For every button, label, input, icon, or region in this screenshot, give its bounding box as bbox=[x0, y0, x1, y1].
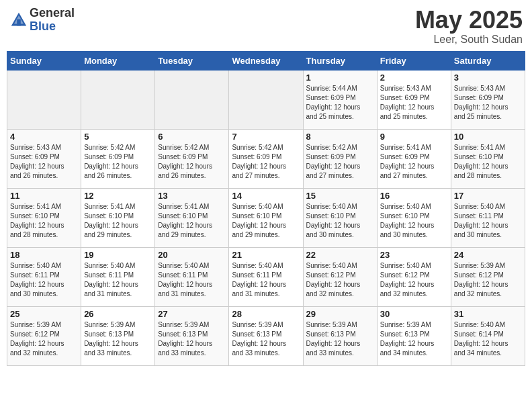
calendar-cell: 14Sunrise: 5:40 AM Sunset: 6:10 PM Dayli… bbox=[229, 188, 303, 247]
logo-general-text: General bbox=[30, 7, 75, 20]
day-number: 21 bbox=[232, 250, 300, 260]
calendar-cell: 29Sunrise: 5:39 AM Sunset: 6:13 PM Dayli… bbox=[303, 306, 377, 365]
day-number: 8 bbox=[306, 132, 374, 142]
day-number: 9 bbox=[380, 132, 448, 142]
column-header-friday: Friday bbox=[377, 51, 451, 70]
svg-rect-2 bbox=[17, 19, 21, 26]
column-header-monday: Monday bbox=[81, 51, 155, 70]
day-number: 22 bbox=[306, 250, 374, 260]
week-row-5: 25Sunrise: 5:39 AM Sunset: 6:12 PM Dayli… bbox=[7, 306, 525, 365]
day-number: 3 bbox=[454, 73, 522, 83]
day-info: Sunrise: 5:40 AM Sunset: 6:11 PM Dayligh… bbox=[232, 261, 300, 299]
calendar-cell: 3Sunrise: 5:43 AM Sunset: 6:09 PM Daylig… bbox=[451, 70, 525, 129]
calendar-cell: 13Sunrise: 5:41 AM Sunset: 6:10 PM Dayli… bbox=[155, 188, 229, 247]
day-info: Sunrise: 5:41 AM Sunset: 6:10 PM Dayligh… bbox=[10, 202, 78, 240]
day-number: 25 bbox=[10, 309, 78, 319]
day-info: Sunrise: 5:40 AM Sunset: 6:11 PM Dayligh… bbox=[158, 261, 226, 299]
day-number: 29 bbox=[306, 309, 374, 319]
day-number: 13 bbox=[158, 191, 226, 201]
day-number: 16 bbox=[380, 191, 448, 201]
day-number: 12 bbox=[84, 191, 152, 201]
calendar-cell: 8Sunrise: 5:42 AM Sunset: 6:09 PM Daylig… bbox=[303, 129, 377, 188]
day-info: Sunrise: 5:40 AM Sunset: 6:10 PM Dayligh… bbox=[380, 202, 448, 240]
logo: General Blue bbox=[9, 7, 75, 34]
calendar-cell: 6Sunrise: 5:42 AM Sunset: 6:09 PM Daylig… bbox=[155, 129, 229, 188]
calendar-cell: 26Sunrise: 5:39 AM Sunset: 6:13 PM Dayli… bbox=[81, 306, 155, 365]
day-info: Sunrise: 5:40 AM Sunset: 6:14 PM Dayligh… bbox=[454, 320, 522, 358]
title-block: May 2025 Leer, South Sudan bbox=[415, 7, 523, 46]
logo-blue-text: Blue bbox=[30, 20, 75, 34]
day-info: Sunrise: 5:39 AM Sunset: 6:12 PM Dayligh… bbox=[454, 261, 522, 299]
calendar-cell: 16Sunrise: 5:40 AM Sunset: 6:10 PM Dayli… bbox=[377, 188, 451, 247]
column-header-saturday: Saturday bbox=[451, 51, 525, 70]
day-info: Sunrise: 5:42 AM Sunset: 6:09 PM Dayligh… bbox=[84, 143, 152, 181]
day-info: Sunrise: 5:39 AM Sunset: 6:13 PM Dayligh… bbox=[380, 320, 448, 358]
calendar-cell bbox=[81, 70, 155, 129]
day-number: 23 bbox=[380, 250, 448, 260]
day-number: 4 bbox=[10, 132, 78, 142]
day-number: 31 bbox=[454, 309, 522, 319]
column-header-thursday: Thursday bbox=[303, 51, 377, 70]
day-number: 20 bbox=[158, 250, 226, 260]
calendar-cell: 5Sunrise: 5:42 AM Sunset: 6:09 PM Daylig… bbox=[81, 129, 155, 188]
column-header-wednesday: Wednesday bbox=[229, 51, 303, 70]
calendar-cell: 17Sunrise: 5:40 AM Sunset: 6:11 PM Dayli… bbox=[451, 188, 525, 247]
calendar-cell: 19Sunrise: 5:40 AM Sunset: 6:11 PM Dayli… bbox=[81, 247, 155, 306]
day-number: 27 bbox=[158, 309, 226, 319]
day-number: 15 bbox=[306, 191, 374, 201]
day-info: Sunrise: 5:41 AM Sunset: 6:10 PM Dayligh… bbox=[84, 202, 152, 240]
column-header-sunday: Sunday bbox=[7, 51, 81, 70]
day-info: Sunrise: 5:41 AM Sunset: 6:10 PM Dayligh… bbox=[454, 143, 522, 181]
logo-icon bbox=[9, 11, 28, 30]
day-number: 14 bbox=[232, 191, 300, 201]
day-number: 7 bbox=[232, 132, 300, 142]
calendar-cell: 12Sunrise: 5:41 AM Sunset: 6:10 PM Dayli… bbox=[81, 188, 155, 247]
month-title: May 2025 bbox=[415, 7, 523, 34]
day-number: 5 bbox=[84, 132, 152, 142]
calendar-cell: 20Sunrise: 5:40 AM Sunset: 6:11 PM Dayli… bbox=[155, 247, 229, 306]
calendar-cell: 23Sunrise: 5:40 AM Sunset: 6:12 PM Dayli… bbox=[377, 247, 451, 306]
day-info: Sunrise: 5:40 AM Sunset: 6:12 PM Dayligh… bbox=[380, 261, 448, 299]
calendar-cell: 11Sunrise: 5:41 AM Sunset: 6:10 PM Dayli… bbox=[7, 188, 81, 247]
calendar-cell: 9Sunrise: 5:41 AM Sunset: 6:09 PM Daylig… bbox=[377, 129, 451, 188]
day-info: Sunrise: 5:42 AM Sunset: 6:09 PM Dayligh… bbox=[232, 143, 300, 181]
day-number: 1 bbox=[306, 73, 374, 83]
day-number: 11 bbox=[10, 191, 78, 201]
day-info: Sunrise: 5:40 AM Sunset: 6:10 PM Dayligh… bbox=[306, 202, 374, 240]
day-number: 30 bbox=[380, 309, 448, 319]
calendar-cell bbox=[229, 70, 303, 129]
day-info: Sunrise: 5:39 AM Sunset: 6:13 PM Dayligh… bbox=[158, 320, 226, 358]
page-header: General Blue May 2025 Leer, South Sudan bbox=[7, 7, 525, 46]
day-info: Sunrise: 5:44 AM Sunset: 6:09 PM Dayligh… bbox=[306, 84, 374, 122]
location: Leer, South Sudan bbox=[415, 34, 523, 46]
week-row-2: 4Sunrise: 5:43 AM Sunset: 6:09 PM Daylig… bbox=[7, 129, 525, 188]
calendar-cell bbox=[155, 70, 229, 129]
calendar-cell: 22Sunrise: 5:40 AM Sunset: 6:12 PM Dayli… bbox=[303, 247, 377, 306]
calendar-header-row: SundayMondayTuesdayWednesdayThursdayFrid… bbox=[7, 51, 525, 70]
day-number: 6 bbox=[158, 132, 226, 142]
day-info: Sunrise: 5:43 AM Sunset: 6:09 PM Dayligh… bbox=[10, 143, 78, 181]
calendar-cell: 4Sunrise: 5:43 AM Sunset: 6:09 PM Daylig… bbox=[7, 129, 81, 188]
day-info: Sunrise: 5:42 AM Sunset: 6:09 PM Dayligh… bbox=[158, 143, 226, 181]
day-info: Sunrise: 5:39 AM Sunset: 6:12 PM Dayligh… bbox=[10, 320, 78, 358]
day-info: Sunrise: 5:42 AM Sunset: 6:09 PM Dayligh… bbox=[306, 143, 374, 181]
week-row-1: 1Sunrise: 5:44 AM Sunset: 6:09 PM Daylig… bbox=[7, 70, 525, 129]
calendar-cell: 18Sunrise: 5:40 AM Sunset: 6:11 PM Dayli… bbox=[7, 247, 81, 306]
calendar-cell: 10Sunrise: 5:41 AM Sunset: 6:10 PM Dayli… bbox=[451, 129, 525, 188]
week-row-4: 18Sunrise: 5:40 AM Sunset: 6:11 PM Dayli… bbox=[7, 247, 525, 306]
day-info: Sunrise: 5:43 AM Sunset: 6:09 PM Dayligh… bbox=[380, 84, 448, 122]
day-info: Sunrise: 5:40 AM Sunset: 6:11 PM Dayligh… bbox=[454, 202, 522, 240]
calendar-cell: 25Sunrise: 5:39 AM Sunset: 6:12 PM Dayli… bbox=[7, 306, 81, 365]
day-number: 2 bbox=[380, 73, 448, 83]
day-info: Sunrise: 5:41 AM Sunset: 6:10 PM Dayligh… bbox=[158, 202, 226, 240]
day-number: 24 bbox=[454, 250, 522, 260]
day-number: 19 bbox=[84, 250, 152, 260]
day-number: 26 bbox=[84, 309, 152, 319]
calendar-cell: 2Sunrise: 5:43 AM Sunset: 6:09 PM Daylig… bbox=[377, 70, 451, 129]
week-row-3: 11Sunrise: 5:41 AM Sunset: 6:10 PM Dayli… bbox=[7, 188, 525, 247]
day-info: Sunrise: 5:40 AM Sunset: 6:11 PM Dayligh… bbox=[10, 261, 78, 299]
logo-text: General Blue bbox=[30, 7, 75, 34]
calendar-cell: 28Sunrise: 5:39 AM Sunset: 6:13 PM Dayli… bbox=[229, 306, 303, 365]
day-info: Sunrise: 5:39 AM Sunset: 6:13 PM Dayligh… bbox=[232, 320, 300, 358]
day-info: Sunrise: 5:43 AM Sunset: 6:09 PM Dayligh… bbox=[454, 84, 522, 122]
